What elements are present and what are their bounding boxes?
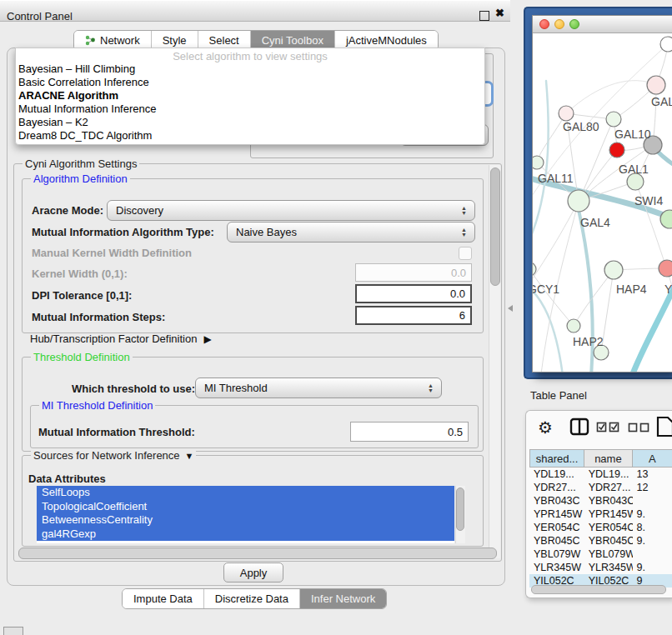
network-node-gal4[interactable] [568, 190, 589, 212]
minimize-traffic-light-icon[interactable] [554, 19, 564, 29]
table-toolbar: ⚙ [526, 411, 672, 449]
table-cell: YBR045C [529, 534, 584, 548]
data-attributes-list[interactable]: SelfLoopsTopologicalCoefficientBetweenne… [37, 486, 454, 543]
table-cell: YBR045C [584, 534, 633, 548]
document-icon[interactable] [656, 416, 672, 438]
threshold-definition-title: Threshold Definition [31, 351, 133, 363]
close-traffic-light-icon[interactable] [539, 19, 549, 29]
network-node-hap2[interactable] [567, 319, 580, 332]
node-label-gal10: GAL10 [614, 128, 651, 141]
network-node-swi4[interactable] [627, 173, 644, 190]
table-cell: 9. [633, 534, 672, 548]
manual-kernel-label: Manual Kernel Width Definition [32, 247, 192, 259]
manual-kernel-checkbox[interactable] [459, 247, 472, 260]
split-view-icon[interactable] [569, 418, 589, 436]
which-threshold-label: Which threshold to use: [72, 382, 195, 395]
hub-definition-toggle[interactable]: Hub/Transcription Factor Definition▶ [30, 332, 212, 345]
algorithm-list: Bayesian – Hill ClimbingBasic Correlatio… [16, 62, 484, 142]
sources-group-title[interactable]: Sources for Network Inference▼ [31, 449, 196, 462]
table-hscrollbar-thumb[interactable] [531, 585, 666, 594]
algorithm-option[interactable]: Dream8 DC_TDC Algorithm [16, 129, 484, 142]
table-row[interactable]: YLR345WYLR345W9. [529, 561, 672, 574]
mi-steps-label: Mutual Information Steps: [32, 311, 165, 323]
hub-definition-label: Hub/Transcription Factor Definition [30, 332, 197, 345]
network-edge[interactable] [533, 201, 579, 291]
table-cell [633, 548, 672, 561]
table-row[interactable]: YBL079WYBL079W [529, 548, 672, 561]
mi-type-label: Mutual Information Algorithm Type: [32, 226, 214, 238]
combo-arrows-icon: ▲▼ [461, 228, 467, 238]
mi-type-value: Naive Bayes [236, 226, 297, 238]
network-node-gal1-red[interactable] [609, 142, 624, 158]
settings-scrollbar-thumb[interactable] [490, 168, 500, 286]
aracne-mode-select[interactable]: Discovery ▲▼ [107, 200, 475, 221]
mi-threshold-field[interactable]: 0.5 [350, 422, 469, 442]
control-panel-title: Control Panel [7, 10, 73, 22]
algorithm-option[interactable]: Mutual Information Inference [16, 102, 484, 116]
table-row[interactable]: YPR145WYPR145W9. [529, 508, 672, 521]
zoom-traffic-light-icon[interactable] [569, 19, 579, 29]
node-label-hap2: HAP2 [573, 335, 604, 348]
bottom-tab-discretize-data[interactable]: Discretize Data [203, 589, 299, 608]
network-node-salmon-node[interactable] [659, 260, 672, 277]
which-threshold-select[interactable]: MI Threshold ▲▼ [195, 378, 442, 398]
network-node-gal11[interactable] [533, 156, 544, 169]
attribute-item[interactable]: TopologicalCoefficient [37, 500, 454, 514]
mi-type-select[interactable]: Naive Bayes ▲▼ [227, 222, 475, 242]
table-row[interactable]: YBR045CYBR045C9. [529, 534, 672, 548]
network-node-gal7[interactable] [647, 76, 665, 94]
network-canvas[interactable]: GALGAL80GAL10GAL1GAL11SWI4GAL4GCY1HAP4YH… [533, 32, 672, 372]
network-node-top-outline[interactable] [660, 37, 672, 52]
table-row[interactable]: YDR27...YDR27...12 [529, 481, 672, 494]
tab-label: Infer Network [311, 592, 375, 605]
table-cell: YDL19... [584, 468, 633, 481]
data-attributes-label: Data Attributes [28, 472, 106, 485]
tab-label: jActiveMNodules [346, 34, 427, 47]
collapse-arrow-icon[interactable]: ▼ [185, 451, 194, 461]
docked-panel-chip[interactable] [3, 627, 23, 635]
algorithm-option[interactable]: Bayesian – Hill Climbing [16, 62, 484, 76]
table-rows: YDL19...YDL19...13YDR27...YDR27...12YBR0… [529, 468, 672, 588]
network-edge[interactable] [533, 282, 563, 372]
table-row[interactable]: YER054CYER054C8. [529, 521, 672, 534]
attribute-item[interactable]: gal4RGexp [37, 528, 454, 542]
algorithm-option[interactable]: ARACNE Algorithm [16, 89, 484, 102]
checked-columns-icon[interactable] [596, 422, 621, 432]
column-header-shared-[interactable]: shared... [529, 449, 584, 468]
algorithm-option[interactable]: Bayesian – K2 [16, 116, 484, 129]
node-table[interactable]: shared...nameA YDL19...YDL19...13YDR27..… [529, 449, 672, 588]
network-node-gal10[interactable] [606, 112, 621, 127]
node-label-gal1-red: GAL1 [619, 162, 649, 176]
settings-hscrollbar-thumb[interactable] [18, 548, 497, 559]
column-header-a[interactable]: A [633, 449, 672, 468]
table-row[interactable]: YDL19...YDL19...13 [529, 468, 672, 481]
algorithm-option[interactable]: Basic Correlation Inference [16, 76, 484, 89]
attributes-scrollbar-thumb[interactable] [456, 488, 464, 531]
table-header-row: shared...nameA [529, 449, 672, 468]
attribute-item[interactable]: BetweennessCentrality [37, 513, 454, 528]
column-header-name[interactable]: name [584, 449, 633, 468]
network-node-hap4[interactable] [604, 261, 623, 279]
table-cell: YBR043C [584, 494, 633, 508]
kernel-width-field[interactable]: 0.0 [355, 263, 472, 282]
algorithm-definition-title: Algorithm Definition [31, 172, 130, 185]
mi-threshold-group-title: MI Threshold Definition [39, 399, 155, 412]
gear-icon[interactable]: ⚙ [538, 418, 553, 438]
table-cell: YBL079W [529, 548, 584, 561]
expand-arrow-icon[interactable]: ▶ [203, 333, 211, 345]
attribute-item[interactable]: SelfLoops [37, 486, 454, 500]
unchecked-columns-icon[interactable] [628, 422, 651, 432]
bottom-tab-infer-network[interactable]: Infer Network [299, 589, 386, 608]
split-pane-collapse-icon[interactable] [508, 305, 513, 312]
table-hscrollbar-track[interactable] [529, 584, 668, 593]
apply-button[interactable]: Apply [223, 562, 283, 582]
dpi-tolerance-field[interactable]: 0.0 [355, 284, 472, 303]
mi-steps-field[interactable]: 6 [355, 306, 472, 325]
table-cell: YER054C [584, 521, 633, 534]
float-window-icon[interactable] [479, 11, 489, 21]
bottom-tab-impute-data[interactable]: Impute Data [123, 589, 203, 608]
dpi-tolerance-label: DPI Tolerance [0,1]: [32, 289, 132, 302]
table-row[interactable]: YBR043CYBR043C [529, 494, 672, 508]
network-node-gal80[interactable] [559, 106, 574, 121]
close-icon[interactable]: ✖ [495, 7, 504, 19]
